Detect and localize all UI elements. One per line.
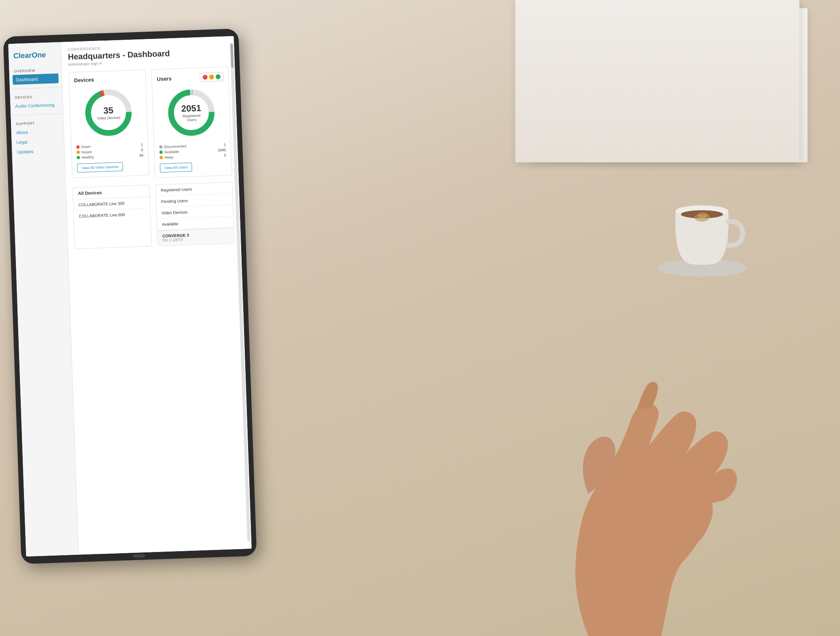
view-all-users-button[interactable]: View All Users bbox=[160, 162, 192, 172]
traffic-lights bbox=[200, 72, 224, 82]
users-list-card: Registered Users Pending Users Video Dev… bbox=[155, 182, 234, 246]
main-content: CONVERGENCE Headquarters - Dashboard Adm… bbox=[61, 36, 252, 555]
coffee-cup-area bbox=[645, 154, 759, 284]
view-all-video-devices-button[interactable]: View All Video Devices bbox=[77, 162, 123, 172]
sidebar-divider-1 bbox=[10, 87, 62, 90]
users-card-title: Users bbox=[157, 75, 172, 82]
traffic-light-red bbox=[203, 75, 207, 80]
coffee-cup-svg bbox=[645, 154, 759, 284]
legend-disconnected-value: 1 bbox=[224, 143, 226, 147]
legend-dot-green bbox=[77, 156, 80, 159]
sidebar-divider-2 bbox=[11, 113, 63, 116]
scrollbar-thumb[interactable] bbox=[230, 43, 233, 68]
legend-healthy-value: 34 bbox=[139, 153, 143, 157]
devices-count: 35 bbox=[97, 105, 120, 116]
legend-issues-value: 0 bbox=[141, 148, 143, 152]
legend-away-value: 5 bbox=[224, 153, 226, 157]
legend-healthy-left: Healthy bbox=[77, 155, 94, 160]
legend-down-value: 1 bbox=[141, 143, 143, 147]
users-donut-container: 2051 Registered Users bbox=[157, 85, 225, 140]
devices-card-title: Devices bbox=[74, 77, 94, 84]
users-card: Users bbox=[151, 67, 232, 178]
legend-disconnected-left: Disconnected bbox=[159, 144, 186, 149]
legend-away-left: Away bbox=[160, 155, 173, 160]
legend-dot-red bbox=[76, 145, 80, 149]
traffic-light-green bbox=[216, 74, 220, 79]
sidebar-logo: ClearOne bbox=[9, 47, 61, 67]
devices-card: Devices bbox=[69, 69, 149, 178]
legend-available-left: Available bbox=[159, 150, 179, 155]
legend-disconnected-label: Disconnected bbox=[164, 144, 186, 149]
tablet-home-button[interactable] bbox=[133, 554, 145, 558]
devices-donut-center: 35 Video Devices bbox=[97, 105, 121, 121]
legend-down-label: Down bbox=[81, 144, 91, 149]
users-count: 2051 bbox=[181, 103, 201, 114]
users-donut-center: 2051 Registered Users bbox=[181, 103, 202, 123]
background-papers-front bbox=[515, 0, 799, 162]
users-donut-wrapper: 2051 Registered Users bbox=[164, 85, 218, 140]
legend-healthy-label: Healthy bbox=[82, 155, 94, 160]
dashboard-bottom-row: All Devices COLLABORATE Live 300 COLLABO… bbox=[73, 182, 235, 249]
legend-available-label: Available bbox=[164, 150, 179, 154]
brand-name: ClearOne bbox=[13, 50, 56, 60]
legend-dot-away bbox=[160, 156, 163, 159]
sidebar-item-audio-conferencing[interactable]: Audio Conferencing bbox=[10, 99, 63, 111]
legend-down-left: Down bbox=[76, 144, 91, 149]
devices-legend: Down 1 Issues 0 bbox=[76, 143, 143, 160]
devices-donut-container: 35 Video Devices bbox=[74, 85, 143, 140]
traffic-light-yellow bbox=[209, 74, 214, 79]
legend-item-healthy: Healthy 34 bbox=[77, 153, 143, 160]
devices-label: Video Devices bbox=[97, 116, 121, 121]
legend-available-value: 2045 bbox=[218, 148, 226, 153]
tablet-screen: ClearOne OVERVIEW Dashboard DEVICES Audi… bbox=[8, 36, 252, 557]
devices-card-header: Devices bbox=[74, 75, 140, 84]
sidebar-item-updates[interactable]: Updates bbox=[12, 145, 65, 157]
legend-dot-yellow bbox=[76, 151, 80, 154]
users-label-line2: Users bbox=[181, 118, 201, 123]
devices-donut-wrapper: 35 Video Devices bbox=[81, 85, 136, 140]
legend-dot-available bbox=[160, 151, 163, 154]
device-list-item-2[interactable]: COLLABORATE Live 600 bbox=[74, 208, 151, 222]
legend-issues-label: Issues bbox=[81, 150, 92, 154]
legend-item-away: Away 5 bbox=[160, 153, 226, 160]
all-devices-card: All Devices COLLABORATE Live 300 COLLABO… bbox=[73, 185, 152, 249]
app-container: ClearOne OVERVIEW Dashboard DEVICES Audi… bbox=[8, 36, 252, 557]
users-legend: Disconnected 1 Available 2045 bbox=[159, 143, 226, 160]
tablet-device: ClearOne OVERVIEW Dashboard DEVICES Audi… bbox=[3, 28, 257, 564]
legend-away-label: Away bbox=[164, 155, 173, 160]
dashboard-top-row: Devices bbox=[69, 67, 232, 181]
legend-dot-gray bbox=[159, 145, 162, 149]
users-card-header: Users bbox=[157, 72, 224, 84]
sidebar-item-dashboard[interactable]: Dashboard bbox=[13, 73, 59, 85]
legend-issues-left: Issues bbox=[76, 150, 92, 154]
converge-item: CONVERGE 3 Pro 2 128TD bbox=[157, 228, 234, 246]
